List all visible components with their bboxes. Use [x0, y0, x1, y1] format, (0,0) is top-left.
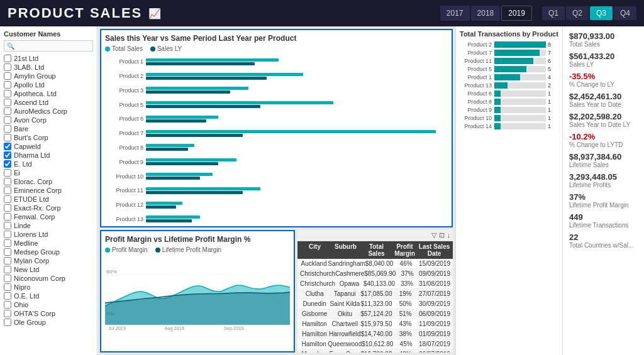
customer-item[interactable]: Avon Corp	[4, 116, 93, 124]
download-icon[interactable]: ↓	[447, 231, 451, 239]
customer-item[interactable]: Elorac. Corp	[4, 177, 93, 186]
customer-checkbox[interactable]	[4, 248, 11, 256]
search-box[interactable]: 🔍	[4, 40, 93, 52]
bar-total-sales	[146, 173, 213, 176]
customer-item[interactable]: Ole Group	[4, 318, 93, 327]
customer-item[interactable]: Nipro	[4, 283, 93, 292]
customer-checkbox[interactable]	[4, 72, 11, 80]
customer-checkbox[interactable]	[4, 239, 11, 247]
table-row[interactable]: ChristchurchCashmere$85,069.9037%09/09/2…	[297, 269, 453, 279]
customer-checkbox[interactable]	[4, 81, 11, 89]
customer-checkbox[interactable]	[4, 319, 11, 326]
quarter-tab-q4[interactable]: Q4	[614, 6, 636, 20]
metric-lifetime-profits: 3,293,448.05 Lifetime Profits	[569, 172, 638, 188]
customer-checkbox[interactable]	[4, 116, 11, 124]
customer-item[interactable]: Medline	[4, 239, 93, 248]
customer-checkbox[interactable]	[4, 134, 11, 141]
table-cell: Chartwell	[329, 320, 360, 327]
expand-icon[interactable]: ⊡	[439, 231, 445, 239]
table-row[interactable]: HamiltonHarrowfield$14,740.0038%01/09/20…	[297, 329, 453, 339]
table-row[interactable]: CluthaTapanui$17,085.0019%27/07/2019	[297, 289, 453, 299]
customer-item[interactable]: Mylan Corp	[4, 256, 93, 265]
quarter-tab-q3[interactable]: Q3	[590, 6, 613, 20]
customer-item[interactable]: Dharma Ltd	[4, 151, 93, 160]
customer-checkbox[interactable]	[4, 125, 11, 133]
customer-checkbox[interactable]	[4, 90, 11, 97]
bar-total-sales	[146, 58, 279, 62]
transaction-bar-track	[494, 66, 546, 72]
year-tab-2018[interactable]: 2018	[471, 6, 501, 21]
customer-checkbox[interactable]	[4, 160, 11, 168]
quarter-tab-q2[interactable]: Q2	[566, 6, 589, 20]
bar-row	[146, 101, 448, 109]
customer-checkbox[interactable]	[4, 275, 11, 282]
table-row[interactable]: DunedinSaint Kilda$11,323.0050%30/09/201…	[297, 299, 453, 309]
customer-item[interactable]: Apollo Ltd	[4, 80, 93, 89]
quarter-tab-q1[interactable]: Q1	[542, 6, 565, 20]
customer-checkbox[interactable]	[4, 178, 11, 185]
table-row[interactable]: HamiltonQueenwood$10,612.8045%18/07/2019	[297, 339, 453, 349]
customer-checkbox[interactable]	[4, 63, 11, 71]
customer-item[interactable]: 3LAB. Ltd	[4, 63, 93, 72]
table-cell: Hamilton	[300, 320, 329, 327]
customer-checkbox[interactable]	[4, 310, 11, 317]
customer-item[interactable]: E. Ltd	[4, 160, 93, 168]
customer-item[interactable]: 21st Ltd	[4, 54, 93, 63]
customer-checkbox[interactable]	[4, 301, 11, 309]
customer-checkbox[interactable]	[4, 266, 11, 273]
metric-lifetime-sales: $8,937,384.60 Lifetime Sales	[569, 152, 638, 168]
customer-item[interactable]: ETUDE Ltd	[4, 195, 93, 204]
year-tab-2019[interactable]: 2019	[501, 6, 532, 21]
customer-checkbox[interactable]	[4, 55, 11, 62]
customer-item[interactable]: Eminence Corp	[4, 186, 93, 195]
customer-checkbox[interactable]	[4, 204, 11, 212]
customer-checkbox[interactable]	[4, 151, 11, 159]
search-input[interactable]	[14, 42, 90, 50]
bar-sales-ly	[146, 162, 218, 165]
legend-total-sales-label: Total Sales	[112, 45, 143, 52]
customer-checkbox[interactable]	[4, 292, 11, 300]
customer-item[interactable]: Ohio	[4, 300, 93, 309]
table-row[interactable]: GisborneOkitu$57,124.2051%06/09/2019	[297, 309, 453, 319]
customer-checkbox[interactable]	[4, 283, 11, 291]
customer-item[interactable]: O.E. Ltd	[4, 292, 93, 300]
customer-checkbox[interactable]	[4, 169, 11, 177]
table-row[interactable]: ManukauFarm Cove$16,790.2040%06/07/2019	[297, 349, 453, 352]
table-row[interactable]: ChristchurchOpawa$40,133.0033%31/08/2019	[297, 279, 453, 289]
customer-item[interactable]: Medsep Group	[4, 248, 93, 256]
customer-item[interactable]: Ei	[4, 168, 93, 177]
table-row[interactable]: AucklandSandringham$8,040.0046%15/09/201…	[297, 259, 453, 269]
customer-item[interactable]: Capweld	[4, 142, 93, 151]
customer-checkbox[interactable]	[4, 143, 11, 150]
customer-checkbox[interactable]	[4, 257, 11, 265]
customer-item[interactable]: OHTA'S Corp	[4, 309, 93, 318]
customer-checkbox[interactable]	[4, 195, 11, 203]
table-cell: 37%	[396, 270, 419, 277]
customer-checkbox[interactable]	[4, 213, 11, 221]
customer-item[interactable]: New Ltd	[4, 265, 93, 274]
customer-item[interactable]: Apotheca. Ltd	[4, 89, 93, 98]
customer-item[interactable]: Burt's Corp	[4, 133, 93, 142]
customer-item[interactable]: Linde	[4, 221, 93, 230]
customer-checkbox[interactable]	[4, 231, 11, 238]
th-city: City	[300, 243, 330, 257]
customer-checkbox[interactable]	[4, 187, 11, 194]
transaction-bar-fill	[494, 82, 508, 89]
transaction-bar-fill	[494, 66, 526, 72]
table-header: City Suburb Total Sales Profit Margin La…	[297, 241, 453, 259]
customer-checkbox[interactable]	[4, 99, 11, 106]
customer-item[interactable]: Exact-Rx. Corp	[4, 204, 93, 212]
customer-item[interactable]: Niconovum Corp	[4, 274, 93, 283]
table-row[interactable]: HamiltonChartwell$15,979.5043%11/09/2019	[297, 319, 453, 329]
filter-icon[interactable]: ▽	[431, 231, 436, 239]
customer-checkbox[interactable]	[4, 107, 11, 115]
customer-item[interactable]: Llorens Ltd	[4, 230, 93, 239]
customer-item[interactable]: AuroMedics Corp	[4, 107, 93, 116]
customer-item[interactable]: Amylin Group	[4, 72, 93, 80]
customer-item[interactable]: Ascend Ltd	[4, 98, 93, 107]
customer-item[interactable]: Bare	[4, 124, 93, 133]
customer-item[interactable]: Fenwal. Corp	[4, 212, 93, 221]
customer-checkbox[interactable]	[4, 222, 11, 229]
customer-name: Medline	[14, 239, 38, 247]
year-tab-2017[interactable]: 2017	[440, 6, 470, 21]
